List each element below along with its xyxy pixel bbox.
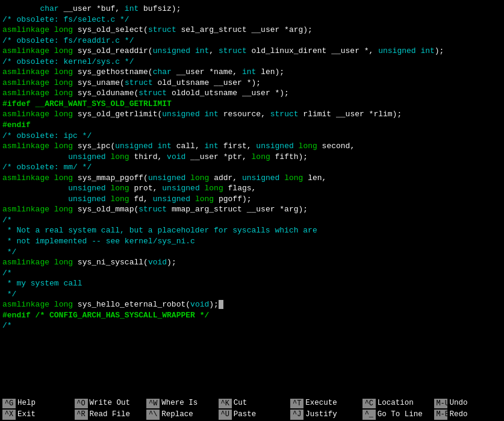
- code-line: asmlinkage long sys_uname(struct old_uts…: [2, 78, 502, 89]
- code-line: asmlinkage long sys_ni_syscall(void);: [2, 257, 502, 268]
- code-line: asmlinkage long sys_ipc(unsigned int cal…: [2, 141, 502, 152]
- shortcut-label: Exit: [17, 410, 36, 420]
- shortcut-key: M-E: [434, 410, 447, 419]
- shortcut-label: Paste: [234, 410, 257, 420]
- shortcut-key: ^X: [2, 410, 16, 419]
- shortcut-label: Location: [378, 398, 414, 408]
- code-line: asmlinkage long sys_old_select(struct se…: [2, 25, 502, 36]
- shortcut-item[interactable]: ^RRead File: [72, 409, 84, 420]
- shortcut-bar: ^GHelp^OWrite Out^WWhere Is^KCut^TExecut…: [0, 397, 504, 421]
- shortcut-key: ^W: [146, 399, 160, 408]
- shortcut-item[interactable]: ^TExecute: [288, 398, 300, 409]
- code-line: #endif: [2, 120, 502, 131]
- shortcut-item[interactable]: ^JJustify: [288, 409, 300, 420]
- shortcut-label: Where Is: [161, 398, 198, 408]
- shortcut-key: ^K: [219, 399, 232, 408]
- code-line: /*: [2, 215, 502, 226]
- code-line: char __user *buf, int bufsiz);: [2, 4, 502, 14]
- shortcut-item[interactable]: ^GHelp: [0, 398, 12, 409]
- code-line: /*: [2, 320, 502, 331]
- shortcut-label: Replace: [161, 410, 193, 420]
- code-line: asmlinkage long sys_olduname(struct oldo…: [2, 88, 502, 99]
- shortcut-item[interactable]: ^_Go To Line: [360, 409, 372, 420]
- shortcut-key: M-U: [434, 399, 447, 408]
- shortcut-key: ^U: [219, 410, 232, 419]
- code-editor[interactable]: char __user *buf, int bufsiz);/* obsolet…: [0, 2, 504, 397]
- code-line: unsigned long prot, unsigned long flags,: [2, 183, 502, 194]
- code-line: asmlinkage long sys_old_mmap(struct mmap…: [2, 204, 502, 215]
- shortcut-item[interactable]: ^XExit: [0, 409, 12, 420]
- code-line: #ifdef __ARCH_WANT_SYS_OLD_GETRLIMIT: [2, 99, 502, 110]
- code-line: /*: [2, 268, 502, 279]
- shortcut-key: ^J: [290, 410, 303, 419]
- code-line: asmlinkage long sys_mmap_pgoff(unsigned …: [2, 173, 502, 184]
- code-line: /* obsolete: fs/select.c */: [2, 14, 502, 25]
- code-line: asmlinkage long sys_gethostname(char __u…: [2, 67, 502, 78]
- shortcut-item[interactable]: M-ERedo: [432, 409, 444, 420]
- shortcut-item[interactable]: ^WWhere Is: [144, 398, 156, 409]
- shortcut-key: ^T: [290, 399, 303, 408]
- code-line: #endif /* CONFIG_ARCH_HAS_SYSCALL_WRAPPE…: [2, 310, 502, 321]
- shortcut-item[interactable]: ^UPaste: [216, 409, 228, 420]
- shortcut-item[interactable]: ^KCut: [216, 398, 228, 409]
- code-line: */: [2, 247, 502, 258]
- code-line: * Not a real system call, but a placehol…: [2, 225, 502, 236]
- code-line: unsigned long third, void __user *ptr, l…: [2, 152, 502, 163]
- shortcut-key: ^G: [2, 399, 16, 408]
- shortcut-label: Go To Line: [378, 410, 423, 420]
- shortcut-key: ^O: [75, 399, 88, 408]
- code-line: */: [2, 289, 502, 300]
- shortcut-label: Read File: [90, 410, 131, 420]
- code-line: asmlinkage long sys_hello_eternal_robot(…: [2, 299, 502, 310]
- shortcut-label: Cut: [234, 398, 247, 408]
- code-line: * not implemented -- see kernel/sys_ni.c: [2, 236, 502, 247]
- code-line: /* obsolete: fs/readdir.c */: [2, 36, 502, 46]
- shortcut-item[interactable]: ^OWrite Out: [72, 398, 84, 409]
- shortcut-key: ^_: [362, 410, 376, 419]
- code-line: * my system call: [2, 278, 502, 289]
- shortcut-key: ^R: [75, 410, 88, 419]
- shortcut-label: Justify: [305, 410, 337, 420]
- shortcut-item[interactable]: M-UUndo: [432, 398, 444, 409]
- code-line: /* obsolete: kernel/sys.c */: [2, 57, 502, 67]
- code-line: /* obsolete: ipc */: [2, 131, 502, 142]
- shortcut-label: Execute: [305, 398, 337, 408]
- code-line: /* obsolete: mm/ */: [2, 162, 502, 173]
- shortcut-label: Write Out: [90, 398, 131, 408]
- shortcut-label: Undo: [449, 398, 467, 408]
- code-line: asmlinkage long sys_old_getrlimit(unsign…: [2, 109, 502, 120]
- shortcut-key: ^\: [146, 410, 160, 419]
- shortcut-label: Help: [17, 398, 36, 408]
- shortcut-item[interactable]: ^CLocation: [360, 398, 372, 409]
- code-line: unsigned long fd, unsigned long pgoff);: [2, 194, 502, 205]
- shortcut-label: Redo: [449, 410, 467, 420]
- shortcut-item[interactable]: ^\Replace: [144, 409, 156, 420]
- code-line: asmlinkage long sys_old_readdir(unsigned…: [2, 46, 502, 57]
- shortcut-key: ^C: [362, 399, 376, 408]
